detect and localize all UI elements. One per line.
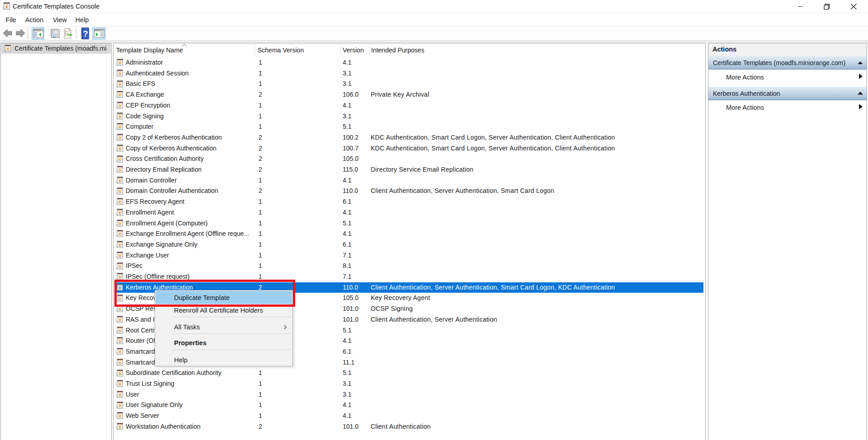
svg-text:?: ? bbox=[83, 29, 88, 38]
